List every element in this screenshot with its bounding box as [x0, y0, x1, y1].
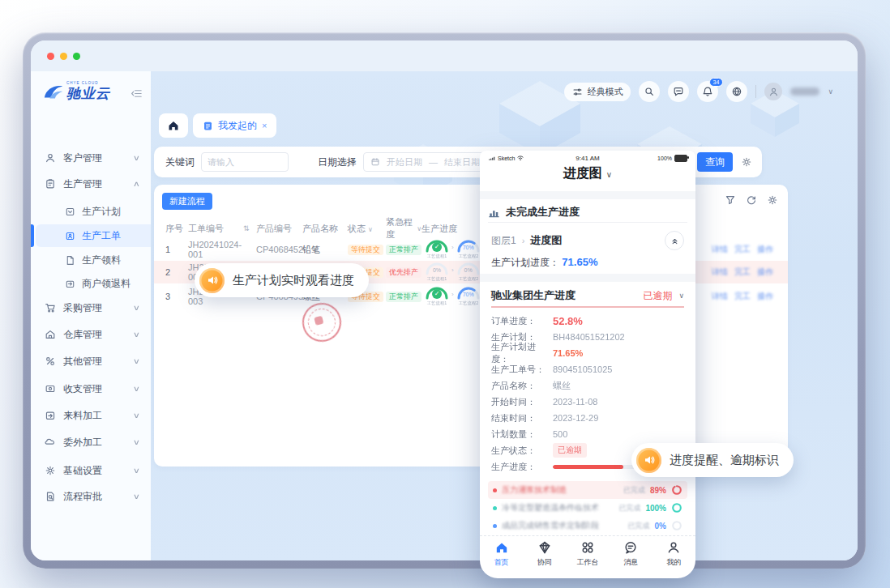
document-icon	[203, 121, 213, 131]
chevron-down-icon: ∨	[606, 170, 612, 179]
plan-progress-line: 生产计划进度： 71.65%	[491, 256, 597, 270]
bar-chart-icon	[488, 207, 500, 219]
sidebar-item-approval[interactable]: 流程审批∨	[31, 485, 151, 508]
gauge-separator-icon: ›	[451, 244, 454, 251]
collapse-button[interactable]	[665, 231, 684, 250]
phone-tab-bar: 首页 协同 工作台 消息 我的	[480, 535, 695, 572]
gauge-zero: 0% 工艺流程1	[425, 262, 449, 283]
progress-gauges: 0% 工艺流程1 › 0% 工艺流程2 ›	[425, 262, 485, 283]
search-icon	[644, 86, 655, 97]
tab-home[interactable]: 首页	[480, 536, 523, 572]
overdue-status: 已逾期	[643, 289, 672, 303]
page: CHYE CLOUD 驰业云 客户管理∨ 生产管理∧ 生产计划 生产工单 生产领…	[0, 0, 890, 588]
calendar-icon	[370, 157, 380, 167]
progress-gauges: ✓ 工艺流程1 › 70% 工艺流程2 ›	[425, 287, 485, 307]
refresh-icon[interactable]	[746, 194, 757, 206]
gauge-zero: 0% 工艺流程2	[456, 262, 481, 283]
chevron-down-icon: ∨	[133, 154, 140, 162]
language-button[interactable]	[726, 81, 747, 102]
status-badge: 已逾期	[553, 443, 587, 458]
filter-settings-icon[interactable]	[741, 156, 752, 168]
gem-icon	[537, 540, 552, 555]
tab-workbench[interactable]: 工作台	[566, 536, 609, 572]
search-button[interactable]	[639, 81, 660, 102]
home-tab-button[interactable]	[159, 113, 188, 138]
table-toolbar	[725, 194, 778, 206]
sidebar-item-material-pick[interactable]: 生产领料	[31, 249, 151, 271]
sidebar-item-finance[interactable]: 收支管理∨	[31, 377, 151, 400]
urgency-badge: 优先排产	[386, 267, 421, 278]
sidebar-item-production-plan[interactable]: 生产计划	[31, 200, 151, 223]
battery-percent: 100%	[657, 156, 672, 161]
minimize-dot[interactable]	[60, 53, 67, 60]
keyword-label: 关键词	[165, 156, 195, 169]
callout-overdue-alert: 进度提醒、逾期标识	[631, 443, 794, 477]
sidebar-collapse-icon[interactable]	[131, 87, 143, 100]
tab-mine[interactable]: 我的	[653, 536, 695, 572]
group-progress-header[interactable]: 驰业集团生产进度 已逾期 ∨	[491, 285, 684, 308]
sidebar-item-warehouse[interactable]: 仓库管理∨	[31, 323, 151, 346]
gauge-percent: 70% 工艺流程2	[456, 287, 481, 307]
gauge-percent: 70% 工艺流程2	[456, 240, 481, 260]
column-settings-icon[interactable]	[767, 194, 778, 206]
sidebar-item-outsourcing[interactable]: 委外加工∨	[31, 431, 151, 454]
chevron-up-icon: ∧	[133, 180, 140, 188]
sidebar-item-purchase[interactable]: 采购管理∨	[31, 296, 151, 319]
end-date-placeholder: 结束日期	[444, 156, 480, 168]
callout-realtime-progress: 生产计划实时观看进度	[195, 263, 369, 297]
bullet-dot	[493, 488, 497, 492]
person-icon	[666, 540, 681, 555]
chevron-down-icon: ∨	[678, 292, 684, 300]
gauge-complete: ✓ 工艺流程1	[425, 240, 449, 260]
row-actions[interactable]: 详情完工操作	[712, 266, 788, 278]
sidebar-item-settings[interactable]: 基础设置∨	[31, 459, 151, 482]
section-unfinished-progress: 未完成生产进度	[488, 202, 687, 223]
home-icon	[494, 540, 509, 555]
process-item[interactable]: 冷等定型塑造温条件临技术要领 已完成 100%	[488, 499, 687, 517]
urgency-badge: 正常排产	[386, 292, 421, 302]
search-submit-button[interactable]: 查询	[697, 152, 733, 172]
phone-page-title[interactable]: 进度图∨	[480, 165, 695, 182]
process-item[interactable]: 成品完成销售需求定制阶段 已完成 0%	[488, 517, 687, 535]
speaker-icon	[636, 448, 661, 473]
date-range-picker[interactable]: 开始日期 — 结束日期	[363, 152, 487, 172]
breadcrumb-parent[interactable]: 图层1	[491, 234, 516, 248]
keyword-input[interactable]	[201, 152, 289, 172]
start-date-placeholder: 开始日期	[387, 156, 422, 168]
user-name-blurred	[790, 87, 819, 96]
maximize-dot[interactable]	[73, 53, 80, 60]
close-dot[interactable]	[47, 53, 54, 60]
avatar[interactable]	[764, 83, 782, 100]
window-titlebar	[31, 40, 858, 71]
tab-my-initiated[interactable]: 我发起的 ×	[193, 113, 276, 138]
sidebar-item-incoming-processing[interactable]: 来料加工∨	[31, 404, 151, 427]
battery-icon	[674, 155, 687, 162]
progress-gauges: ✓ 工艺流程1 › 70% 工艺流程2 ›	[425, 240, 485, 260]
row-actions[interactable]: 详情完工操作	[712, 291, 788, 302]
new-process-button[interactable]: 新建流程	[162, 193, 212, 210]
message-icon	[623, 540, 638, 555]
mode-icon	[572, 87, 583, 97]
sidebar-item-other[interactable]: 其他管理∨	[31, 350, 151, 373]
filter-funnel-icon[interactable]	[725, 194, 736, 206]
grid-icon	[580, 540, 595, 555]
globe-icon	[731, 86, 742, 97]
close-tab-icon[interactable]: ×	[262, 121, 267, 130]
range-dash: —	[429, 157, 438, 167]
brand-name: 驰业云	[66, 86, 110, 101]
notifications-button[interactable]: 34	[697, 81, 718, 102]
filter-caret-icon[interactable]: ∨	[368, 226, 373, 233]
tab-messages[interactable]: 消息	[610, 536, 653, 572]
sidebar-item-customers[interactable]: 客户管理∨	[31, 147, 151, 169]
divider	[755, 85, 756, 98]
chevron-down-icon[interactable]: ∨	[828, 87, 833, 96]
process-list: 压力灌浆技术制造 已完成 89% 冷等定型塑造温条件临技术要领 已完成 100%	[488, 481, 687, 535]
classic-mode-button[interactable]: 经典模式	[564, 83, 631, 101]
tab-collaboration[interactable]: 协同	[523, 536, 566, 572]
sidebar-item-production[interactable]: 生产管理∧	[31, 173, 151, 195]
process-item[interactable]: 压力灌浆技术制造 已完成 89%	[488, 481, 687, 499]
row-actions[interactable]: 详情完工操作	[712, 244, 788, 255]
sidebar-item-merchant-return[interactable]: 商户领退料	[31, 272, 151, 295]
message-button[interactable]	[668, 81, 689, 102]
sort-icon[interactable]: ⇅	[243, 224, 256, 232]
